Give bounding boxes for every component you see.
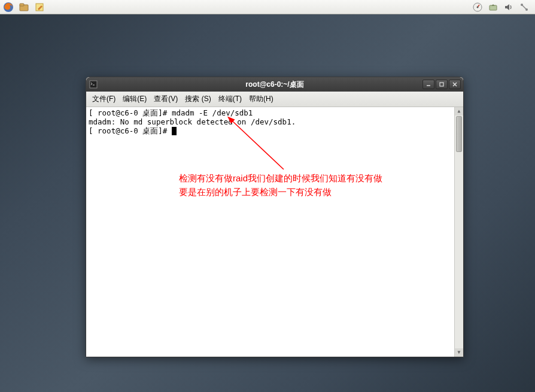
scrollbar-down-button[interactable]: ▼ (455, 348, 463, 357)
window-controls (422, 80, 461, 89)
scrollbar-thumb[interactable] (456, 116, 462, 152)
close-button[interactable] (449, 80, 461, 89)
annotation-text: 检测有没有做raid我们创建的时候我们知道有没有做 要是在别的机子上要检测一下有… (179, 172, 382, 199)
terminal-icon (89, 80, 98, 89)
prompt-text: [ root@c6-0 桌面]# (89, 126, 172, 135)
window-title: root@c6-0:~/桌面 (245, 80, 303, 90)
firefox-icon[interactable] (2, 1, 14, 13)
terminal-cursor (172, 127, 177, 135)
svg-point-5 (477, 6, 479, 8)
menu-file[interactable]: 文件(F) (89, 92, 119, 106)
notepad-icon[interactable] (34, 1, 45, 13)
terminal-line: [ root@c6-0 桌面]# mdadm -E /dev/sdb1 (89, 108, 461, 117)
terminal-line: [ root@c6-0 桌面]# (89, 126, 461, 135)
svg-rect-6 (490, 5, 497, 10)
terminal-window: root@c6-0:~/桌面 文件(F) 编辑(E) 查看(V) 搜索 (S) … (86, 77, 464, 357)
menu-terminal[interactable]: 终端(T) (215, 92, 245, 106)
window-titlebar[interactable]: root@c6-0:~/桌面 (86, 77, 463, 92)
svg-rect-12 (440, 83, 443, 86)
annotation-line1: 检测有没有做raid我们创建的时候我们知道有没有做 (179, 172, 382, 186)
menu-help[interactable]: 帮助(H) (245, 92, 277, 106)
menu-edit[interactable]: 编辑(E) (119, 92, 150, 106)
menu-view[interactable]: 查看(V) (150, 92, 181, 106)
update-icon[interactable] (487, 1, 499, 13)
file-manager-icon[interactable] (18, 1, 30, 13)
terminal-menubar: 文件(F) 编辑(E) 查看(V) 搜索 (S) 终端(T) 帮助(H) (86, 92, 463, 107)
scrollbar-up-button[interactable]: ▲ (455, 107, 463, 116)
maximize-button[interactable] (436, 80, 448, 89)
network-icon[interactable] (518, 1, 530, 13)
taskbar-right (472, 1, 533, 13)
volume-icon[interactable] (503, 1, 515, 13)
system-taskbar (0, 0, 535, 14)
terminal-scrollbar[interactable]: ▲ ▼ (454, 107, 463, 357)
speedometer-icon[interactable] (472, 1, 484, 13)
terminal-content[interactable]: [ root@c6-0 桌面]# mdadm -E /dev/sdb1 mdad… (86, 107, 463, 357)
svg-rect-2 (20, 4, 24, 6)
minimize-button[interactable] (422, 80, 434, 89)
terminal-line: mdadm: No md superblock detected on /dev… (89, 117, 461, 126)
menu-search[interactable]: 搜索 (S) (181, 92, 214, 106)
svg-rect-9 (90, 81, 97, 88)
annotation-line2: 要是在别的机子上要检测一下有没有做 (179, 186, 382, 199)
taskbar-left (2, 1, 45, 13)
